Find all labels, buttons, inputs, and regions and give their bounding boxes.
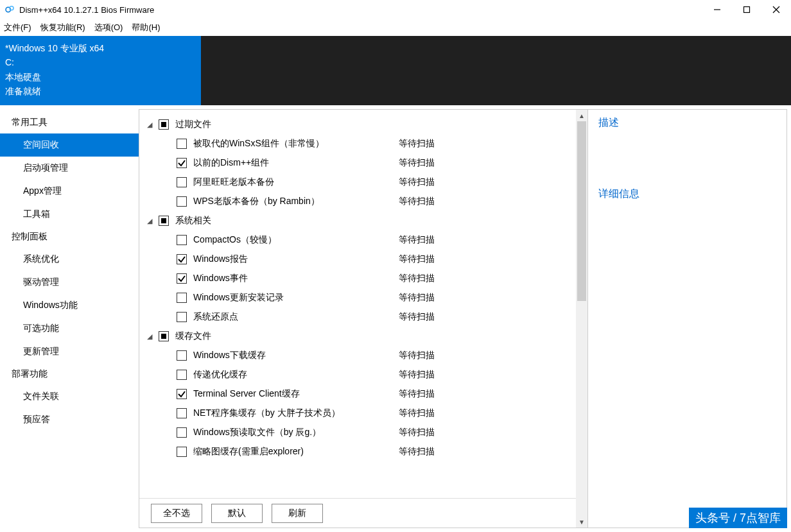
item-label: 系统还原点 [193, 311, 399, 323]
sidebar-item-sysprep[interactable]: 预应答 [0, 408, 139, 431]
list-item[interactable]: Windows下载缓存等待扫描 [142, 346, 576, 365]
sidebar-nav: 常用工具 空间回收 启动项管理 Appx管理 工具箱 控制面板 系统优化 驱动管… [0, 105, 139, 532]
description-link[interactable]: 描述 [598, 116, 776, 130]
item-status: 等待扫描 [399, 292, 435, 304]
scrollbar-thumb[interactable] [577, 121, 586, 301]
list-item[interactable]: Windows预读取文件（by 辰g.）等待扫描 [142, 423, 576, 442]
menu-options[interactable]: 选项(O) [94, 22, 123, 33]
nav-group-common: 常用工具 [0, 112, 139, 133]
menubar: 文件(F) 恢复功能(R) 选项(O) 帮助(H) [0, 19, 791, 36]
list-item[interactable]: 阿里旺旺老版本备份等待扫描 [142, 173, 576, 192]
group-label: 系统相关 [175, 215, 211, 227]
item-checkbox[interactable] [177, 254, 187, 264]
item-label: WPS老版本备份（by Rambin） [193, 196, 399, 207]
item-checkbox[interactable] [177, 293, 187, 303]
item-checkbox[interactable] [177, 177, 187, 187]
sidebar-item-optfeat[interactable]: 可选功能 [0, 317, 139, 340]
list-item[interactable]: 缩略图缓存(需重启explorer)等待扫描 [142, 442, 576, 461]
item-label: 缩略图缓存(需重启explorer) [193, 446, 399, 458]
scroll-down-icon[interactable]: ▼ [576, 516, 587, 528]
list-item[interactable]: Windows事件等待扫描 [142, 269, 576, 288]
item-checkbox[interactable] [177, 427, 187, 438]
sidebar-item-fileassoc[interactable]: 文件关联 [0, 385, 139, 408]
item-checkbox[interactable] [177, 196, 187, 207]
item-checkbox[interactable] [177, 235, 187, 245]
group-checkbox[interactable] [159, 119, 169, 130]
item-status: 等待扫描 [399, 311, 435, 323]
list-item[interactable]: WPS老版本备份（by Rambin）等待扫描 [142, 192, 576, 211]
list-item[interactable]: 系统还原点等待扫描 [142, 307, 576, 327]
system-info[interactable]: *Windows 10 专业版 x64 C: 本地硬盘 准备就绪 [0, 36, 201, 105]
list-item[interactable]: 被取代的WinSxS组件（非常慢）等待扫描 [142, 134, 576, 153]
os-name: *Windows 10 专业版 x64 [5, 41, 196, 55]
minimize-button[interactable] [702, 0, 732, 19]
sidebar-item-space-cleanup[interactable]: 空间回收 [0, 133, 139, 157]
menu-file[interactable]: 文件(F) [4, 22, 31, 33]
group-header[interactable]: ◢过期文件 [142, 115, 576, 134]
list-item[interactable]: 传递优化缓存等待扫描 [142, 365, 576, 384]
item-status: 等待扫描 [399, 369, 435, 381]
refresh-button[interactable]: 刷新 [272, 504, 323, 523]
group-checkbox[interactable] [159, 331, 169, 341]
item-checkbox[interactable] [177, 139, 187, 149]
system-banner: *Windows 10 专业版 x64 C: 本地硬盘 准备就绪 [0, 36, 791, 105]
item-checkbox[interactable] [177, 389, 187, 399]
list-item[interactable]: NET程序集缓存（by 大胖子技术员）等待扫描 [142, 404, 576, 423]
scrollbar-track[interactable] [576, 121, 587, 516]
item-status: 等待扫描 [399, 253, 435, 265]
sidebar-item-sysopt[interactable]: 系统优化 [0, 248, 139, 271]
sidebar-item-toolbox[interactable]: 工具箱 [0, 203, 139, 226]
item-status: 等待扫描 [399, 157, 435, 169]
vertical-scrollbar[interactable]: ▲ ▼ [576, 110, 587, 528]
item-checkbox[interactable] [177, 370, 187, 380]
action-bar: 全不选 默认 刷新 [139, 498, 576, 528]
list-item[interactable]: Windows报告等待扫描 [142, 250, 576, 269]
item-label: 阿里旺旺老版本备份 [193, 176, 399, 188]
item-status: 等待扫描 [399, 427, 435, 438]
item-label: Terminal Server Client缓存 [193, 388, 399, 400]
group-header[interactable]: ◢系统相关 [142, 211, 576, 230]
collapse-icon[interactable]: ◢ [147, 217, 155, 225]
group-header[interactable]: ◢缓存文件 [142, 327, 576, 346]
details-link[interactable]: 详细信息 [598, 187, 776, 201]
window-title: Dism++x64 10.1.27.1 Bios Firmware [19, 5, 702, 15]
banner-dark-area [201, 36, 791, 105]
group-checkbox[interactable] [159, 216, 169, 226]
item-checkbox[interactable] [177, 408, 187, 418]
item-label: Windows预读取文件（by 辰g.） [193, 427, 399, 438]
item-checkbox[interactable] [177, 273, 187, 284]
sidebar-item-driver[interactable]: 驱动管理 [0, 271, 139, 294]
svg-rect-3 [744, 7, 750, 13]
sidebar-item-appx[interactable]: Appx管理 [0, 180, 139, 203]
nav-group-deploy: 部署功能 [0, 363, 139, 385]
scroll-up-icon[interactable]: ▲ [576, 110, 587, 121]
menu-help[interactable]: 帮助(H) [132, 22, 160, 33]
item-status: 等待扫描 [399, 273, 435, 284]
item-checkbox[interactable] [177, 447, 187, 457]
item-checkbox[interactable] [177, 158, 187, 168]
sidebar-item-startup[interactable]: 启动项管理 [0, 157, 139, 180]
sidebar-item-winfeat[interactable]: Windows功能 [0, 294, 139, 317]
app-icon [4, 4, 15, 15]
maximize-button[interactable] [732, 0, 761, 19]
close-button[interactable] [761, 0, 791, 19]
list-item[interactable]: 以前的Dism++组件等待扫描 [142, 153, 576, 173]
list-item[interactable]: CompactOs（较慢）等待扫描 [142, 230, 576, 250]
item-label: CompactOs（较慢） [193, 234, 399, 246]
item-label: Windows更新安装记录 [193, 292, 399, 304]
item-checkbox[interactable] [177, 312, 187, 322]
collapse-icon[interactable]: ◢ [147, 121, 155, 129]
menu-restore[interactable]: 恢复功能(R) [40, 22, 85, 33]
cleanup-list: ◢过期文件被取代的WinSxS组件（非常慢）等待扫描以前的Dism++组件等待扫… [139, 110, 576, 467]
detail-panel: 描述 详细信息 [587, 110, 787, 528]
collapse-icon[interactable]: ◢ [147, 332, 155, 341]
item-checkbox[interactable] [177, 350, 187, 361]
item-status: 等待扫描 [399, 408, 435, 419]
sidebar-item-update[interactable]: 更新管理 [0, 340, 139, 363]
deselect-all-button[interactable]: 全不选 [151, 504, 202, 523]
default-button[interactable]: 默认 [211, 504, 263, 523]
item-status: 等待扫描 [399, 196, 435, 207]
list-item[interactable]: Terminal Server Client缓存等待扫描 [142, 384, 576, 404]
list-item[interactable]: Windows更新安装记录等待扫描 [142, 288, 576, 307]
item-label: Windows下载缓存 [193, 350, 399, 361]
